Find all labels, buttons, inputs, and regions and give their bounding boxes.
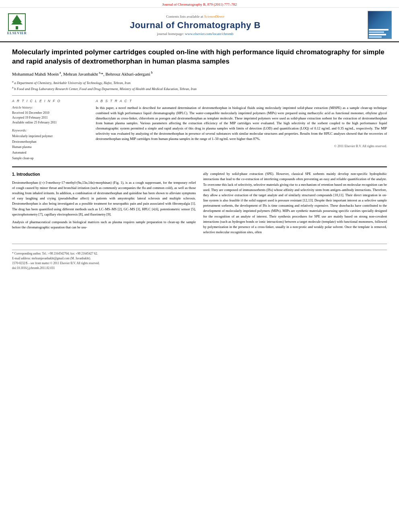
intro-section-number: 1. — [12, 172, 15, 177]
article-info-abstract-section: A R T I C L E I N F O Article history: R… — [12, 99, 387, 161]
article-title: Molecularly imprinted polymer cartridges… — [12, 48, 387, 66]
journal-header-right — [364, 11, 392, 39]
intro-para-2: Analysis of pharmaceutical compounds in … — [12, 220, 196, 230]
body-col-left: 1. Introduction Dextromethorphan ((+)-3-… — [12, 171, 196, 237]
intro-heading: 1. Introduction — [12, 171, 196, 178]
homepage-link[interactable]: www.elsevier.com/locate/chromb — [185, 32, 233, 36]
keyword-4: Automated — [12, 150, 88, 156]
journal-header: ELSEVIER Contents lists available at Sci… — [0, 8, 399, 42]
keyword-1: Molecularly imprinted polymer — [12, 134, 88, 139]
received-date: Received 16 December 2010 — [12, 111, 88, 115]
author-1-sup: a — [59, 71, 61, 74]
footer-divider — [12, 250, 387, 250]
intro-para-1: Dextromethorphan ((+)-3-methoxy-17-methy… — [12, 180, 196, 217]
page-wrapper: Journal of Chromatography B, 879 (2011) … — [0, 0, 399, 275]
cover-line-4 — [369, 36, 382, 38]
author-1: Mohammad Mahdi Moein — [12, 72, 59, 76]
divider-1 — [12, 95, 387, 96]
journal-homepage: journal homepage: www.elsevier.com/locat… — [27, 32, 364, 36]
authors-line: Mohammad Mahdi Moein a, Mehran Javanbakh… — [12, 70, 387, 77]
homepage-text: journal homepage: — [157, 32, 185, 36]
corresponding-note: * Corresponding author. Tel.: +98 216454… — [12, 252, 387, 255]
journal-header-left: ELSEVIER — [7, 13, 27, 37]
top-banner: Journal of Chromatography B, 879 (2011) … — [0, 0, 399, 8]
affil-b-text: b Food and Drug Laboratory Research Cent… — [14, 86, 197, 90]
footer-section: * Corresponding author. Tel.: +98 216454… — [12, 244, 387, 270]
history-label: Article history: — [12, 105, 88, 109]
abstract-label: A B S T R A C T — [96, 99, 387, 103]
doi-line: doi:10.1016/j.jchromb.2011.02.031 — [12, 266, 387, 270]
svg-rect-1 — [16, 26, 18, 29]
affiliation-a: a a Department of Chemistry, Amirkabir U… — [12, 80, 387, 86]
body-section: 1. Introduction Dextromethorphan ((+)-3-… — [12, 166, 387, 237]
abstract-column: A B S T R A C T In this paper, a novel m… — [96, 99, 387, 161]
affiliations: a a Department of Chemistry, Amirkabir U… — [12, 80, 387, 91]
elsevier-label: ELSEVIER — [7, 31, 27, 35]
keywords-list: Molecularly imprinted polymer Dextrometh… — [12, 134, 88, 161]
accepted-date: Accepted 19 February 2011 — [12, 115, 88, 120]
sciencedirect-link[interactable]: ScienceDirect — [204, 14, 224, 18]
available-date: Available online 25 February 2011 — [12, 120, 88, 125]
article-info-label: A R T I C L E I N F O — [12, 99, 88, 103]
keyword-3: Human plasma — [12, 144, 88, 150]
body-two-col: 1. Introduction Dextromethorphan ((+)-3-… — [12, 171, 387, 237]
sciencedirect-line: Contents lists available at ScienceDirec… — [27, 14, 364, 18]
intro-section-title: Introduction — [16, 172, 40, 177]
affil-a-text: a Department of Chemistry, Amirkabir Uni… — [14, 81, 130, 85]
intro-para-3: ally completed by solid-phase extraction… — [203, 171, 387, 235]
cover-lines — [369, 29, 391, 38]
keyword-2: Dextromethorphan — [12, 139, 88, 145]
journal-title: Journal of Chromatography B — [27, 20, 364, 31]
affiliation-b: b b Food and Drug Laboratory Research Ce… — [12, 86, 387, 92]
abstract-text: In this paper, a novel method is describ… — [96, 105, 387, 141]
author-2: Mehran Javanbakht — [63, 72, 98, 76]
journal-header-center: Contents lists available at ScienceDirec… — [27, 14, 364, 36]
cover-line-1 — [369, 29, 389, 31]
author-3: Behrouz Akbari-adergani — [105, 72, 150, 76]
cover-line-3 — [369, 34, 386, 35]
journal-cover-image — [368, 11, 392, 39]
cover-line-2 — [369, 31, 384, 33]
author-2-star: * — [101, 72, 103, 76]
keywords-label: Keywords: — [12, 128, 88, 132]
article-content: Molecularly imprinted polymer cartridges… — [0, 42, 399, 275]
sciencedirect-text: Contents lists available at — [166, 14, 204, 18]
keyword-5: Sample clean-up — [12, 156, 88, 161]
copyright-line: © 2011 Elsevier B.V. All rights reserved… — [96, 144, 387, 148]
body-col-right: ally completed by solid-phase extraction… — [203, 171, 387, 237]
article-info-column: A R T I C L E I N F O Article history: R… — [12, 99, 88, 161]
issn-line: 1570-0232/$ – see front matter © 2011 El… — [12, 261, 387, 265]
banner-text: Journal of Chromatography B, 879 (2011) … — [162, 2, 237, 6]
elsevier-tree-icon — [8, 13, 26, 31]
elsevier-logo: ELSEVIER — [7, 13, 27, 35]
email-note: E-mail address: mehranjavanbakht@gmail.c… — [12, 257, 387, 260]
author-3-sup: b — [150, 71, 152, 74]
